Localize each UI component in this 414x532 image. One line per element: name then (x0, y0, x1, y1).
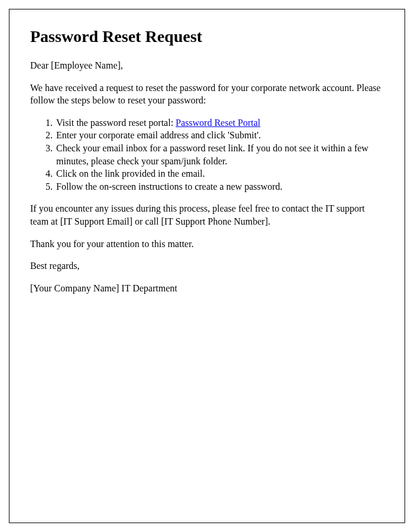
closing: Best regards, (30, 259, 384, 273)
step-1-text: Visit the password reset portal: (56, 118, 176, 128)
greeting: Dear [Employee Name], (30, 59, 384, 72)
steps-list: Visit the password reset portal: Passwor… (55, 116, 384, 193)
page-title: Password Reset Request (30, 27, 384, 46)
intro-paragraph: We have received a request to reset the … (30, 82, 384, 107)
signature: [Your Company Name] IT Department (30, 282, 384, 295)
password-reset-portal-link[interactable]: Password Reset Portal (176, 118, 260, 128)
document-frame: Password Reset Request Dear [Employee Na… (9, 9, 405, 523)
step-2: Enter your corporate email address and c… (55, 129, 384, 142)
step-3: Check your email inbox for a password re… (55, 142, 384, 167)
step-5: Follow the on-screen instructions to cre… (55, 180, 384, 193)
step-1: Visit the password reset portal: Passwor… (55, 116, 384, 129)
thanks-paragraph: Thank you for your attention to this mat… (30, 238, 384, 251)
support-paragraph: If you encounter any issues during this … (30, 202, 384, 228)
step-4: Click on the link provided in the email. (55, 167, 384, 180)
